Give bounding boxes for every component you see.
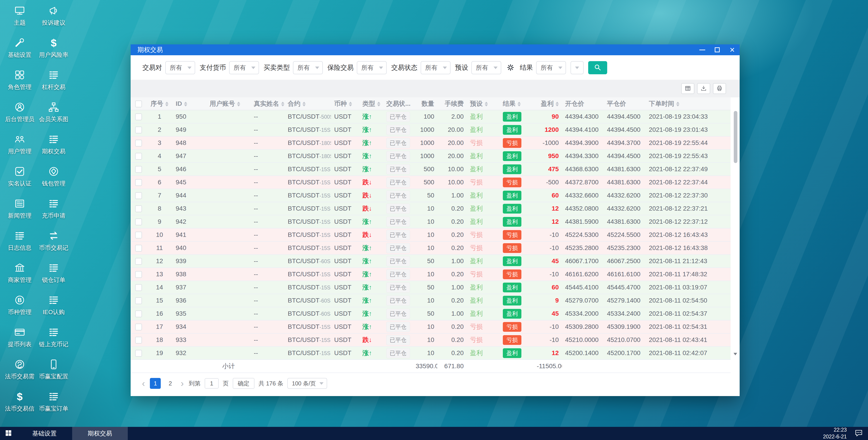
row-checkbox[interactable] (135, 271, 142, 278)
table-row[interactable]: 10941--BTC/USDT-15SUSDT跌↓已平仓100.20亏损亏损-1… (131, 228, 731, 241)
table-row[interactable]: 17934--BTC/USDT-15SUSDT涨↑已平仓100.20亏损亏损-1… (131, 320, 731, 333)
desktop-shortcut[interactable]: 链上充币记 (37, 326, 71, 358)
sort-icon[interactable] (281, 102, 284, 107)
row-checkbox[interactable] (135, 113, 142, 120)
desktop-shortcut[interactable]: 币币交易记 (37, 230, 71, 262)
table-row[interactable]: 1950--BTC/USDT-500SUSDT涨↑已平仓1002.00盈利盈利9… (131, 110, 731, 123)
table-row[interactable]: 7944--BTC/USDT-15SUSDT跌↓已平仓501.00盈利盈利604… (131, 189, 731, 202)
row-checkbox[interactable] (135, 218, 142, 225)
row-checkbox[interactable] (135, 126, 142, 134)
page-button-2[interactable]: 2 (165, 378, 176, 389)
table-row[interactable]: 13938--BTC/USDT-15SUSDT涨↑已平仓100.20亏损亏损-1… (131, 268, 731, 281)
desktop-shortcut[interactable]: $法币交易信 (3, 390, 37, 422)
row-checkbox[interactable] (135, 324, 142, 330)
column-header-status[interactable]: 交易状... (383, 97, 412, 110)
desktop-shortcut[interactable]: 会员关系图 (37, 101, 71, 133)
column-header-preset[interactable]: 预设 (467, 97, 500, 110)
desktop-shortcut[interactable]: 钱包管理 (37, 165, 71, 198)
table-row[interactable]: 15936--BTC/USDT-60SUSDT涨↑已平仓100.20盈利盈利94… (131, 294, 731, 307)
row-checkbox[interactable] (135, 192, 142, 199)
row-checkbox[interactable] (135, 350, 142, 357)
row-checkbox[interactable] (135, 297, 142, 304)
maximize-button[interactable] (710, 45, 725, 55)
goto-page-input[interactable] (205, 378, 219, 389)
desktop-shortcut[interactable]: $用户风险率 (37, 37, 71, 69)
row-checkbox[interactable] (135, 245, 142, 252)
desktop-shortcut[interactable]: 币赢宝配置 (37, 358, 71, 390)
filter-select-insurance[interactable]: 所有 (357, 61, 387, 74)
next-page-button[interactable]: › (180, 379, 185, 388)
filter-select-preset[interactable]: 所有 (471, 61, 501, 74)
column-header-order_time[interactable]: 下单时间 (646, 97, 731, 110)
desktop-shortcut[interactable]: 投诉建议 (37, 4, 71, 37)
start-button[interactable] (0, 427, 17, 440)
table-row[interactable]: 16935--BTC/USDT-60SUSDT涨↑已平仓501.00盈利盈利45… (131, 307, 731, 320)
table-row[interactable]: 4947--BTC/USDT-180SUSDT涨↑已平仓100020.00盈利盈… (131, 149, 731, 163)
confirm-button[interactable]: 确定 (233, 378, 254, 389)
more-filters-toggle[interactable] (570, 61, 584, 74)
filter-select-side-type[interactable]: 所有 (293, 61, 323, 74)
scrollbar-down-arrow[interactable] (734, 353, 737, 355)
minimize-button[interactable] (695, 45, 710, 55)
select-all-checkbox[interactable] (135, 100, 142, 107)
prev-page-button[interactable]: ‹ (141, 379, 146, 388)
sort-icon[interactable] (377, 102, 380, 107)
row-checkbox[interactable] (135, 140, 142, 147)
column-header-currency[interactable]: 币种 (331, 97, 359, 110)
table-row[interactable]: 5946--BTC/USDT-15SUSDT涨↑已平仓50010.00盈利盈利4… (131, 163, 731, 176)
sort-icon[interactable] (556, 102, 559, 107)
column-header-type[interactable]: 类型 (359, 97, 383, 110)
sort-icon[interactable] (349, 102, 352, 107)
page-button-1[interactable]: 1 (150, 378, 161, 389)
column-header-id[interactable]: ID (173, 97, 207, 110)
column-header-result[interactable]: 结果 (500, 97, 534, 110)
row-checkbox[interactable] (135, 166, 142, 173)
row-checkbox[interactable] (135, 205, 142, 212)
column-header-open_price[interactable]: 开仓价 (562, 97, 604, 110)
table-row[interactable]: 9942--BTC/USDT-15SUSDT涨↑已平仓100.20盈利盈利124… (131, 215, 731, 228)
column-header-fee[interactable]: 手续费 (437, 97, 467, 110)
column-header-seq[interactable]: 序号 (147, 97, 173, 110)
taskbar-item[interactable]: 期权交易 (72, 427, 128, 440)
table-row[interactable]: 2949--BTC/USDT-15SUSDT涨↑已平仓100020.00盈利盈利… (131, 123, 731, 136)
search-button[interactable] (588, 61, 607, 74)
sort-icon[interactable] (165, 102, 168, 107)
row-checkbox[interactable] (135, 284, 142, 291)
desktop-shortcut[interactable]: IEO认购 (37, 294, 71, 326)
desktop-shortcut[interactable]: 角色管理 (3, 69, 37, 101)
desktop-shortcut[interactable]: 锁仓订单 (37, 262, 71, 294)
desktop-shortcut[interactable]: 用户管理 (3, 133, 37, 165)
table-columns-button[interactable] (681, 83, 694, 94)
export-button[interactable] (697, 83, 710, 94)
filter-select-pay-currency[interactable]: 所有 (229, 61, 259, 74)
sort-icon[interactable] (485, 102, 488, 107)
table-row[interactable]: 19932--BTC/USDT-15SUSDT涨↑已平仓100.20盈利盈利12… (131, 347, 731, 360)
desktop-shortcut[interactable]: 新闻管理 (3, 198, 37, 230)
column-header-profit[interactable]: 盈利 (534, 97, 562, 110)
scrollbar-thumb[interactable] (734, 111, 737, 163)
close-button[interactable]: × (725, 45, 740, 55)
sort-icon[interactable] (237, 102, 240, 107)
taskbar-clock[interactable]: 22:23 2022-6-21 (823, 427, 847, 440)
column-header-real_name[interactable]: 真实姓名 (251, 97, 285, 110)
filter-settings-button[interactable] (506, 63, 515, 73)
desktop-shortcut[interactable]: 币赢宝订单 (37, 390, 71, 422)
row-checkbox[interactable] (135, 258, 142, 265)
desktop-shortcut[interactable]: 充币申请 (37, 198, 71, 230)
row-checkbox[interactable] (135, 153, 142, 160)
desktop-shortcut[interactable]: 基础设置 (3, 37, 37, 69)
column-header-account[interactable]: 用户账号 (207, 97, 251, 110)
sort-icon[interactable] (184, 102, 187, 107)
row-checkbox[interactable] (135, 337, 142, 344)
table-row[interactable]: 11940--BTC/USDT-15SUSDT涨↑已平仓100.20亏损亏损-1… (131, 241, 731, 255)
sort-icon[interactable] (676, 102, 679, 107)
column-header-close_price[interactable]: 平仓价 (604, 97, 646, 110)
desktop-shortcut[interactable]: 提币列表 (3, 326, 37, 358)
page-size-select[interactable]: 100 条/页 (287, 378, 327, 389)
desktop-shortcut[interactable]: B币种管理 (3, 294, 37, 326)
desktop-shortcut[interactable]: 杠杆交易 (37, 69, 71, 101)
desktop-shortcut[interactable]: 主题 (3, 4, 37, 37)
window-titlebar[interactable]: 期权交易 × (131, 45, 740, 55)
table-row[interactable]: 8943--BTC/USDT-15SUSDT跌↓已平仓100.20盈利盈利124… (131, 202, 731, 215)
table-row[interactable]: 14937--BTC/USDT-15SUSDT涨↑已平仓501.00盈利盈利60… (131, 281, 731, 294)
